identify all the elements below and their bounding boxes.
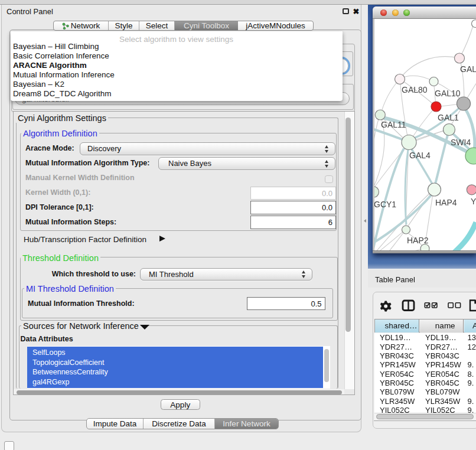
- svg-text:HAP4: HAP4: [435, 197, 457, 207]
- svg-text:GAL7: GAL7: [460, 64, 476, 73]
- svg-text:GCY1: GCY1: [374, 199, 396, 208]
- svg-text:GAL11: GAL11: [381, 119, 406, 129]
- svg-text:HAP2: HAP2: [407, 235, 429, 244]
- svg-text:SWI4: SWI4: [451, 137, 471, 146]
- svg-text:GAL4: GAL4: [409, 150, 431, 159]
- svg-text:Y: Y: [471, 196, 476, 206]
- svg-text:GAL1: GAL1: [438, 112, 459, 122]
- svg-text:GAL10: GAL10: [435, 88, 461, 97]
- svg-text:GAL80: GAL80: [402, 84, 428, 94]
